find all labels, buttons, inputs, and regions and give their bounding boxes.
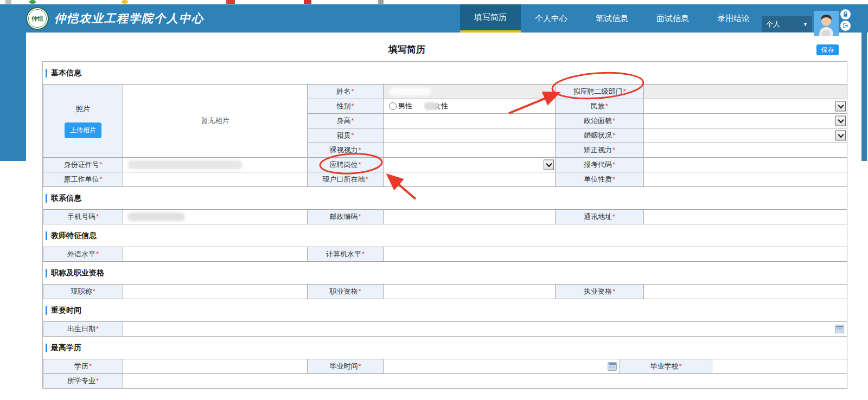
tab-interview-info[interactable]: 面试信息 <box>642 4 703 33</box>
main-nav: 填写简历 个人中心 笔试信息 面试信息 录用结论 <box>460 4 764 33</box>
page-title: 填写简历 <box>0 43 814 56</box>
logout-icon[interactable] <box>840 21 851 31</box>
basic-info-table: 照片 上传相片 暂无相片 姓名* 拟应聘二级部门* 性别* 男性 女性 民族* <box>43 84 847 187</box>
field-label-corrected-vision: 矫正视力* <box>556 143 644 158</box>
bookmark-icon-fragment <box>5 0 11 4</box>
native-place-input[interactable] <box>384 128 556 143</box>
id-number-input[interactable] <box>123 158 308 172</box>
practice-qualification-input[interactable] <box>644 285 847 299</box>
section-contact-info: 联系信息 <box>43 187 847 209</box>
redacted-id-number <box>127 160 242 169</box>
field-label-ethnicity: 民族* <box>556 99 644 114</box>
field-label-id-number: 身份证件号* <box>43 158 123 172</box>
field-label-previous-employer: 原工作单位* <box>43 172 123 187</box>
birth-date-input[interactable] <box>123 322 847 337</box>
field-label-computer-level: 计算机水平* <box>308 247 384 262</box>
major-input[interactable] <box>123 374 847 389</box>
target-department-input[interactable] <box>644 85 847 99</box>
mailing-address-input[interactable] <box>644 210 847 224</box>
save-button[interactable]: 保存 <box>816 44 839 55</box>
calendar-icon[interactable] <box>835 325 844 333</box>
redacted-radio-female <box>424 102 438 110</box>
dropdown-arrow-icon[interactable] <box>544 160 554 170</box>
field-label-employer-type: 单位性质* <box>556 172 644 187</box>
applied-position-select[interactable] <box>384 158 556 172</box>
name-input[interactable] <box>384 85 556 99</box>
dropdown-arrow-icon[interactable] <box>835 101 846 112</box>
field-label-birth-date: 出生日期* <box>43 322 123 337</box>
tab-written-exam-info[interactable]: 笔试信息 <box>582 4 642 33</box>
field-label-current-title: 现职称* <box>43 285 123 299</box>
postal-code-input[interactable] <box>384 210 556 224</box>
section-accent-bar <box>46 69 47 78</box>
gender-radio-group: 男性 女性 <box>384 99 556 114</box>
bookmark-icon-fragment <box>378 0 384 4</box>
user-role-dropdown[interactable]: 个人 ▼ <box>762 16 812 32</box>
field-label-foreign-language: 外语水平* <box>43 247 123 262</box>
previous-employer-input[interactable] <box>123 172 308 187</box>
height-input[interactable] <box>384 114 556 128</box>
graduation-school-input[interactable] <box>712 359 847 374</box>
field-label-mobile: 手机号码* <box>43 210 123 224</box>
field-label-target-department: 拟应聘二级部门* <box>556 85 644 99</box>
contact-info-table: 手机号码* 邮政编码* 通讯地址* <box>43 209 847 224</box>
photo-label: 照片 <box>43 104 123 114</box>
chevron-down-icon: ▼ <box>803 22 808 27</box>
lock-icon[interactable] <box>840 9 851 20</box>
computer-level-input[interactable] <box>384 247 847 262</box>
field-label-native-place: 籍贯* <box>308 128 384 143</box>
bookmark-icon-fragment <box>29 0 36 4</box>
site-title: 仲恺农业工程学院个人中心 <box>54 11 204 26</box>
field-label-mailing-address: 通讯地址* <box>556 210 644 224</box>
field-label-marital-status: 婚姻状况* <box>556 128 644 143</box>
field-label-applied-position: 应聘岗位* <box>308 158 384 172</box>
field-label-political-status: 政治面貌* <box>556 114 644 128</box>
dropdown-arrow-icon[interactable] <box>835 116 846 126</box>
political-status-select[interactable] <box>644 114 847 128</box>
education-input[interactable] <box>123 359 308 374</box>
right-blue-band <box>861 33 867 161</box>
user-avatar[interactable] <box>814 11 839 36</box>
section-accent-bar <box>46 306 47 315</box>
field-label-graduation-school: 毕业学校* <box>620 359 712 374</box>
photo-preview-area: 暂无相片 <box>123 85 308 158</box>
exam-code-input[interactable] <box>644 158 847 172</box>
top-header-bar: 仲恺 仲恺农业工程学院个人中心 填写简历 个人中心 笔试信息 面试信息 录用结论… <box>0 4 868 33</box>
field-label-gender: 性别* <box>308 99 384 114</box>
section-teacher-info: 教师特征信息 <box>43 224 847 247</box>
section-basic-info: 基本信息 <box>43 62 847 84</box>
vocational-qualification-input[interactable] <box>384 285 556 299</box>
radio-male[interactable] <box>389 102 397 110</box>
calendar-icon[interactable] <box>608 362 617 371</box>
field-label-name: 姓名* <box>308 85 384 99</box>
section-titles-qualifications: 职称及职业资格 <box>43 262 847 284</box>
redacted-name <box>389 88 431 96</box>
employer-type-input[interactable] <box>644 172 847 187</box>
field-label-household-location: 现户口所在地* <box>308 172 384 187</box>
dropdown-arrow-icon[interactable] <box>835 131 846 141</box>
household-location-input[interactable] <box>384 172 556 187</box>
photo-label-cell: 照片 上传相片 <box>43 85 123 158</box>
naked-vision-input[interactable] <box>384 143 556 158</box>
radio-male-label: 男性 <box>398 101 412 111</box>
upload-photo-button[interactable]: 上传相片 <box>65 122 101 138</box>
graduation-date-input[interactable] <box>384 359 620 374</box>
current-title-input[interactable] <box>123 285 308 299</box>
section-accent-bar <box>46 231 47 240</box>
tab-fill-resume[interactable]: 填写简历 <box>460 4 521 33</box>
mobile-input[interactable] <box>123 210 308 224</box>
field-label-naked-vision: 裸视视力* <box>308 143 384 158</box>
titles-table: 现职称* 职业资格* 执业资格* <box>43 284 847 299</box>
corrected-vision-input[interactable] <box>644 143 847 158</box>
field-label-graduation-date: 毕业时间* <box>308 359 384 374</box>
marital-status-select[interactable] <box>644 128 847 143</box>
highest-education-table: 学历* 毕业时间* 毕业学校* 所学专业* <box>43 359 847 389</box>
field-label-exam-code: 报考代码* <box>556 158 644 172</box>
dates-table: 出生日期* <box>43 321 847 337</box>
tab-hiring-result[interactable]: 录用结论 <box>703 4 764 33</box>
browser-bookmarks-strip <box>0 0 868 4</box>
tab-personal-center[interactable]: 个人中心 <box>521 4 582 33</box>
foreign-language-input[interactable] <box>123 247 308 262</box>
ethnicity-select[interactable] <box>644 99 847 114</box>
field-label-height: 身高* <box>308 114 384 128</box>
